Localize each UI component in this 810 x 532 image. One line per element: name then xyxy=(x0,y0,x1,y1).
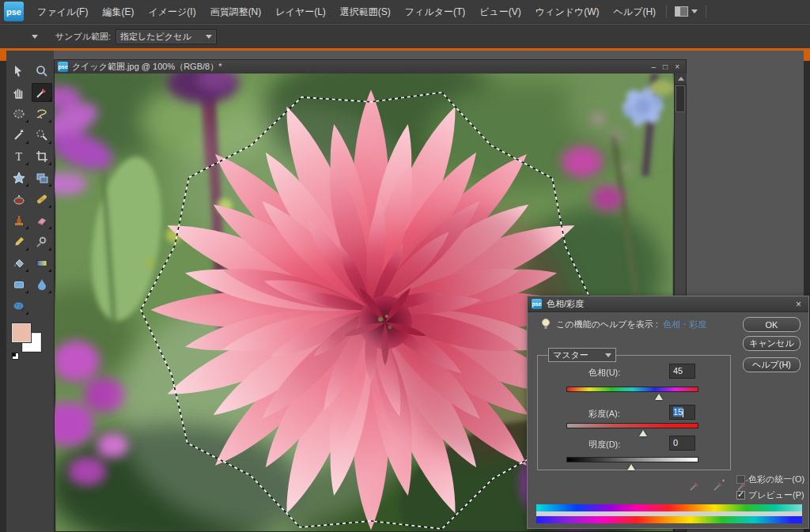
hand-tool[interactable] xyxy=(9,83,29,102)
sponge-tool[interactable] xyxy=(9,296,29,315)
maximize-button[interactable]: □ xyxy=(663,61,668,73)
magic-wand-tool[interactable] xyxy=(9,126,29,145)
cookie-cutter-tool[interactable] xyxy=(9,168,29,187)
channel-value: マスター xyxy=(553,349,589,361)
chevron-down-icon xyxy=(206,35,212,39)
lightness-value-input[interactable]: 0 xyxy=(669,436,695,451)
spot-healing-brush-tool[interactable] xyxy=(32,190,52,209)
smart-brush-tool[interactable] xyxy=(32,232,52,251)
scrollbar-thumb[interactable] xyxy=(676,85,685,112)
menu-filter[interactable]: フィルター(T) xyxy=(398,0,472,24)
quick-selection-tool[interactable] xyxy=(32,126,52,145)
marquee-icon xyxy=(12,107,26,121)
menu-window[interactable]: ウィンドウ(W) xyxy=(528,0,607,24)
type-icon: T xyxy=(12,149,26,164)
saturation-slider-pointer[interactable] xyxy=(639,430,647,436)
type-tool[interactable]: T xyxy=(9,147,29,166)
menu-enhance[interactable]: 画質調整(N) xyxy=(203,0,269,24)
dialog-pse-icon: pse xyxy=(532,299,542,309)
gradient-tool[interactable] xyxy=(32,254,52,273)
lightness-slider-pointer[interactable] xyxy=(627,464,635,470)
hue-saturation-dialog[interactable]: pse 色相/彩度 × この機能のヘルプを表示 : 色相・彩度 OK キャンセル… xyxy=(527,296,809,529)
hue-value-input[interactable]: 45 xyxy=(669,364,695,379)
menu-help[interactable]: ヘルプ(H) xyxy=(607,0,664,24)
document-title: クイック範囲.jpg @ 100%（RGB/8）* xyxy=(72,61,221,73)
scroll-up-button[interactable] xyxy=(675,74,687,85)
menu-file[interactable]: ファイル(F) xyxy=(30,0,95,24)
app-logo: pse xyxy=(4,2,24,21)
document-pse-icon: pse xyxy=(58,62,68,72)
move-tool[interactable] xyxy=(9,62,29,81)
arrow-up-icon xyxy=(678,77,684,81)
crop-icon xyxy=(35,149,49,164)
cookie-cutter-icon xyxy=(12,171,26,185)
help-link[interactable]: 色相・彩度 xyxy=(663,319,706,330)
saturation-value-input[interactable]: 15 xyxy=(669,405,695,420)
crop-tool[interactable] xyxy=(32,147,52,166)
eraser-tool[interactable] xyxy=(32,211,52,230)
menu-edit[interactable]: 編集(E) xyxy=(95,0,141,24)
foreground-color-swatch[interactable] xyxy=(12,323,31,342)
saturation-label: 彩度(A): xyxy=(589,408,620,420)
default-colors-icon[interactable] xyxy=(12,353,19,360)
hue-slider[interactable] xyxy=(566,387,698,392)
tool-palette: T xyxy=(6,51,54,532)
dialog-close-icon[interactable]: × xyxy=(793,299,804,310)
sponge-icon xyxy=(12,299,26,313)
red-eye-removal-tool[interactable] xyxy=(9,190,29,209)
lightness-label: 明度(D): xyxy=(589,439,620,451)
menu-image[interactable]: イメージ(I) xyxy=(141,0,202,24)
lightness-slider[interactable] xyxy=(566,457,698,462)
red-eye-icon xyxy=(12,192,26,206)
recompose-tool[interactable] xyxy=(32,168,52,187)
eraser-icon xyxy=(35,213,49,228)
original-spectrum-bar xyxy=(536,504,802,511)
bandage-icon xyxy=(35,192,49,206)
panel-layout-button[interactable] xyxy=(670,6,702,17)
color-swatches xyxy=(12,323,48,357)
eyedropper-add-icon[interactable] xyxy=(713,479,725,492)
tool-options-bar: サンプル範囲: 指定したピクセル xyxy=(0,25,810,48)
dialog-titlebar[interactable]: pse 色相/彩度 × xyxy=(528,296,808,312)
quick-selection-icon xyxy=(35,128,49,142)
menu-view[interactable]: ビュー(V) xyxy=(472,0,528,24)
clone-stamp-tool[interactable] xyxy=(9,211,29,230)
ok-button[interactable]: OK xyxy=(743,317,801,332)
channel-dropdown[interactable]: マスター xyxy=(548,348,616,362)
colorize-label: 色彩の統一(O) xyxy=(748,474,804,485)
help-hint-text: この機能のヘルプを表示 : xyxy=(556,319,658,330)
cancel-button[interactable]: キャンセル xyxy=(743,336,801,351)
preview-label: プレビュー(P) xyxy=(748,489,804,501)
options-collapse-icon[interactable] xyxy=(32,35,38,39)
right-rail-orange-tab xyxy=(804,51,810,61)
svg-text:T: T xyxy=(15,151,22,163)
blur-droplet-icon xyxy=(35,277,49,292)
saturation-slider[interactable] xyxy=(566,423,698,428)
menu-layer[interactable]: レイヤー(L) xyxy=(268,0,333,24)
help-button[interactable]: ヘルプ(H) xyxy=(743,357,801,372)
close-button[interactable]: × xyxy=(675,61,679,73)
preview-checkbox[interactable] xyxy=(736,491,745,500)
menu-select[interactable]: 選択範囲(S) xyxy=(333,0,398,24)
minimize-button[interactable]: – xyxy=(652,61,657,73)
blur-tool[interactable] xyxy=(32,275,52,294)
document-titlebar[interactable]: pse クイック範囲.jpg @ 100%（RGB/8）* – □ × xyxy=(55,60,686,74)
pencil-tool[interactable] xyxy=(9,232,29,251)
hand-icon xyxy=(12,85,26,100)
zoom-tool[interactable] xyxy=(32,62,52,81)
gradient-icon xyxy=(35,256,49,270)
sample-size-dropdown[interactable]: 指定したピクセル xyxy=(115,29,217,44)
chevron-down-icon xyxy=(691,9,698,13)
hue-slider-pointer[interactable] xyxy=(655,394,663,400)
left-edge-rail xyxy=(0,51,6,532)
paint-bucket-tool[interactable] xyxy=(9,254,29,273)
adjusted-spectrum-bar xyxy=(536,516,802,523)
colorize-checkbox[interactable] xyxy=(736,475,745,484)
stamp-icon xyxy=(12,213,26,228)
eyedropper-sample-icon[interactable] xyxy=(689,479,702,492)
lasso-tool[interactable] xyxy=(32,104,52,123)
shape-tool[interactable] xyxy=(9,275,29,294)
recompose-icon xyxy=(35,171,49,185)
rectangular-marquee-tool[interactable] xyxy=(9,104,29,123)
eyedropper-tool[interactable] xyxy=(32,83,52,102)
